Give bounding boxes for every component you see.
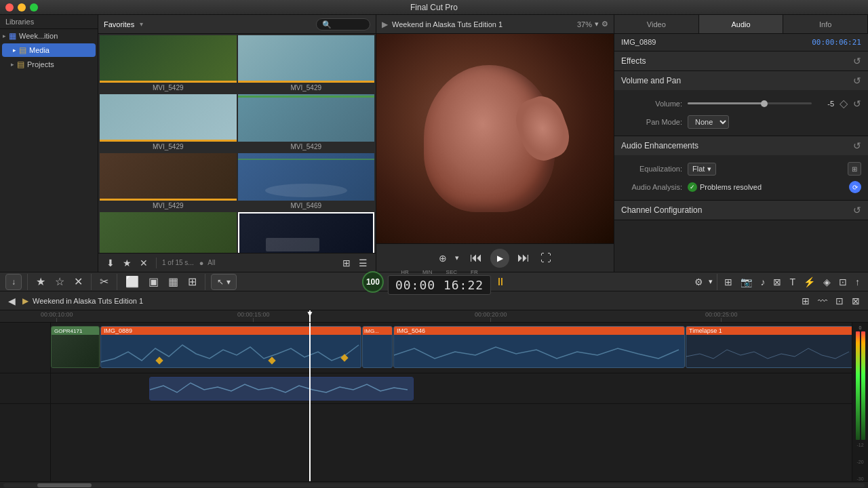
analysis-refresh-button[interactable]: ⟳	[849, 181, 861, 193]
timeline-ruler: 00:00:10:00 00:00:15:00 ▼ 00:00:20:00 00…	[0, 310, 868, 323]
media-footer: ⬇ ★ ✕ 1 of 15 s... ● All ⊞ ☰	[98, 253, 376, 272]
layout-button[interactable]: ⊡	[836, 274, 850, 290]
clip-gopr4171[interactable]: GOPR4171	[51, 326, 100, 368]
clip-label-6: MVI_5469	[238, 201, 375, 211]
clip-count: 1 of 15 s...	[162, 259, 194, 266]
settings-icon[interactable]: ⚙	[601, 20, 608, 28]
skip-back-button[interactable]: ⏮	[467, 248, 485, 268]
play-button[interactable]: ▶	[490, 249, 509, 268]
projects-folder-icon: ▤	[17, 60, 24, 69]
effects-section-header[interactable]: Effects ↺	[614, 52, 868, 70]
volume-keyframe-button[interactable]: ◇	[840, 97, 848, 110]
main-timecode[interactable]: 00:00 16:22	[388, 275, 491, 295]
reject-button[interactable]: ✕	[71, 272, 85, 291]
rate-button[interactable]: ★	[33, 272, 48, 291]
close-button[interactable]	[5, 3, 14, 12]
add-to-timeline-button[interactable]: ⊕	[436, 250, 450, 266]
titlebar: Final Cut Pro	[0, 0, 868, 15]
timeline-view-4[interactable]: ⊠	[849, 293, 863, 309]
audio-enhancements-header[interactable]: Audio Enhancements ↺	[614, 136, 868, 155]
fullscreen-view-button[interactable]: ⛶	[538, 249, 554, 267]
tab-audio[interactable]: Audio	[699, 15, 784, 33]
enhance-button[interactable]: ✂	[97, 272, 111, 291]
media-clip-4[interactable]: MVI_5429	[238, 94, 375, 152]
clip-img0889[interactable]: IMG_0889	[100, 326, 361, 368]
clip-label-3: MVI_5429	[100, 142, 237, 152]
volume-pan-reset-button[interactable]: ↺	[853, 75, 861, 86]
eq-expand-button[interactable]: ⊞	[848, 162, 861, 176]
eq-dropdown[interactable]: Flat ▾	[688, 163, 716, 176]
tool-select[interactable]: ↖ ▾	[211, 274, 237, 290]
favorite-toolbar-button[interactable]: ☆	[52, 272, 67, 291]
skip-forward-button[interactable]: ⏭	[515, 248, 532, 268]
media-tab-favorites[interactable]: Favorites	[104, 20, 134, 28]
pan-mode-select[interactable]: None	[688, 115, 729, 129]
video-track: GOPR4171 IMG_0889	[51, 323, 852, 373]
title-button[interactable]: T	[787, 274, 798, 290]
library-item-week[interactable]: ▸ ▦ Week...ition	[0, 29, 98, 43]
timeline-view-1[interactable]: ⊞	[799, 293, 812, 309]
volume-slider[interactable]	[688, 102, 812, 104]
insert-button[interactable]: ▾	[452, 251, 462, 265]
clip-appearance-2[interactable]: ▣	[146, 272, 161, 291]
pan-row: Pan Mode: None	[621, 113, 861, 131]
library-item-projects[interactable]: ▸ ▤ Projects	[0, 58, 98, 71]
chevron-down-media-icon[interactable]: ▾	[140, 20, 143, 28]
grid-view-button[interactable]: ⊞	[340, 255, 353, 271]
tab-video[interactable]: Video	[614, 15, 699, 33]
channel-config-title: Channel Configuration	[621, 205, 702, 215]
connect-button[interactable]: ⊞	[722, 274, 735, 290]
import-button[interactable]: ⬇	[104, 255, 117, 271]
unfavorite-button[interactable]: ✕	[137, 255, 151, 271]
preview-clip-icon: ▶	[382, 20, 388, 29]
clip-img5046[interactable]: IMG_5046	[393, 326, 685, 368]
tool-chevron-icon: ▾	[226, 277, 231, 287]
media-clip-3[interactable]: MVI_5429	[100, 94, 237, 152]
channel-config-reset-button[interactable]: ↺	[853, 205, 861, 216]
timeline-scrollbar-track[interactable]	[3, 483, 865, 487]
effects-browser-button[interactable]: ◈	[821, 274, 833, 290]
tab-info[interactable]: Info	[783, 15, 868, 33]
audio-enhancements-reset-button[interactable]: ↺	[853, 140, 861, 151]
timeline-scrollbar-thumb[interactable]	[37, 483, 92, 487]
library-item-media[interactable]: ▸ ▤ Media	[2, 43, 96, 57]
transition-button[interactable]: ⊠	[770, 274, 784, 290]
media-clip-5[interactable]: MVI_5429	[100, 153, 237, 211]
track-area: GOPR4171 IMG_0889	[51, 323, 852, 481]
toolbar-right-chevron-icon[interactable]: ▾	[709, 277, 713, 286]
fullscreen-button[interactable]	[30, 3, 38, 12]
import-toolbar-button[interactable]: ↓	[5, 274, 22, 290]
vu-meter: 0 -12 -20 -30 -50 L R	[852, 323, 868, 481]
playhead[interactable]	[309, 323, 311, 481]
timeline-view-2[interactable]: 〰	[815, 293, 830, 309]
magnetic-timeline-button[interactable]: ⚙	[692, 274, 706, 290]
audio-clip-1[interactable]	[149, 377, 414, 401]
clip-timelapse[interactable]: Timelapse 1	[686, 326, 852, 368]
media-clip-7[interactable]: MVI_5516	[100, 212, 237, 253]
volume-pan-header[interactable]: Volume and Pan ↺	[614, 71, 868, 90]
favorite-button[interactable]: ★	[120, 255, 134, 271]
clip-appearance-1[interactable]: ⬜	[123, 272, 142, 291]
media-clip-6[interactable]: MVI_5469	[238, 153, 375, 211]
minimize-button[interactable]	[18, 3, 26, 12]
music-button[interactable]: ♪	[757, 274, 768, 290]
clip-appearance-4[interactable]: ⊞	[185, 272, 199, 291]
media-clip-2[interactable]: MVI_5429	[238, 35, 375, 93]
analysis-status-text: Problems resolved	[700, 183, 762, 191]
timeline-view-3[interactable]: ⊡	[833, 293, 846, 309]
clip-appearance-3[interactable]: ▦	[165, 272, 181, 291]
media-search-input[interactable]	[316, 18, 370, 30]
timeline-back-button[interactable]: ◀	[5, 293, 18, 309]
generator-button[interactable]: ⚡	[801, 274, 818, 290]
clip-img-small[interactable]: IMG...	[362, 326, 393, 368]
media-clip-1[interactable]: MVI_5429	[100, 35, 237, 93]
snapshot-button[interactable]: 📷	[738, 274, 755, 290]
effects-reset-button[interactable]: ↺	[853, 56, 861, 66]
zoom-dropdown-icon[interactable]: ▾	[595, 20, 599, 28]
volume-reset-button[interactable]: ↺	[853, 98, 861, 109]
media-clip-8[interactable]: MVI_5519	[238, 212, 375, 253]
library-item-label: Week...ition	[19, 32, 58, 40]
channel-config-header[interactable]: Channel Configuration ↺	[614, 201, 868, 220]
share-button[interactable]: ↑	[852, 274, 863, 290]
preview-project-name: Weekend in Alaska Tuts Edition 1	[392, 20, 502, 28]
